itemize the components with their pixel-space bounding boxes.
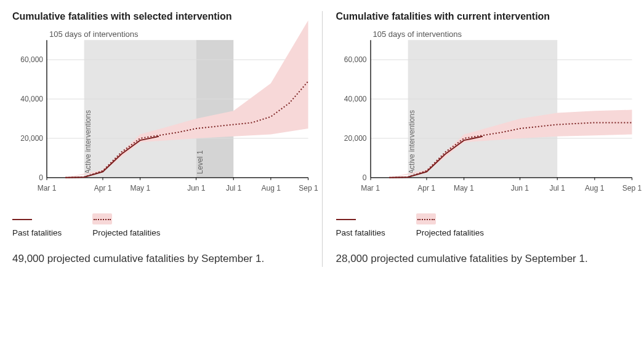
legend-label-past: Past fatalities [336,228,385,237]
summary-right: 28,000 projected cumulative fatalities b… [336,251,632,267]
panel-selected-intervention: Cumulative fatalities with selected inte… [12,11,308,267]
x-axis-labels-right: Mar 1Apr 1May 1Jun 1Jul 1Aug 1Sep 1 [371,184,632,195]
svg-text:Active interventions: Active interventions [407,110,416,174]
legend-label-projected: Projected fatalities [92,228,160,237]
svg-rect-17 [408,40,557,178]
legend-swatch-dotted-icon [92,213,112,224]
legend-swatch-solid-icon [12,213,32,224]
y-axis-labels: 020,00040,00060,000 [336,40,367,181]
legend-right: Past fatalities Projected fatalities [336,213,632,237]
summary-left: 49,000 projected cumulative fatalities b… [12,251,308,267]
legend-item-projected: Projected fatalities [416,213,484,237]
svg-text:Active interventions: Active interventions [84,110,92,174]
intervention-duration-label: 105 days of interventions [49,30,308,39]
chart-left: 020,00040,00060,000 Active interventions… [47,40,308,181]
svg-rect-0 [84,40,196,178]
chart-right: 020,00040,00060,000 Active interventions [371,40,632,181]
chart-svg-right: Active interventions [371,40,632,181]
legend-item-projected: Projected fatalities [92,213,160,237]
chart-svg-left: Active interventionsLevel 1 [47,40,308,181]
legend-swatch-solid-icon [336,213,356,224]
intervention-duration-label: 105 days of interventions [373,30,632,39]
panel-divider [322,11,323,267]
svg-text:Level 1: Level 1 [196,150,204,174]
y-axis-labels: 020,00040,00060,000 [12,40,43,181]
legend-swatch-dotted-icon [416,213,436,224]
legend-item-past: Past fatalities [336,213,385,237]
legend-left: Past fatalities Projected fatalities [12,213,308,237]
panel-current-intervention: Cumulative fatalities with current inter… [336,11,632,267]
legend-item-past: Past fatalities [12,213,62,237]
legend-label-projected: Projected fatalities [416,228,484,237]
x-axis-labels-left: Mar 1Apr 1May 1Jun 1Jul 1Aug 1Sep 1 [47,184,308,195]
chart-title-left: Cumulative fatalities with selected inte… [12,11,308,22]
chart-title-right: Cumulative fatalities with current inter… [336,11,632,22]
legend-label-past: Past fatalities [12,228,62,237]
